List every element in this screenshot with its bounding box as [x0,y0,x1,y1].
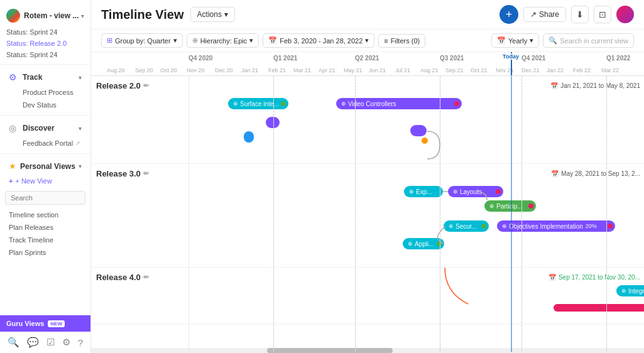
status-sprint-2: Status: Sprint 24 [0,49,90,60]
sidebar-item-plan-releases[interactable]: Plan Releases [3,221,88,234]
month-may21: May 21 [344,67,363,73]
search-icon: 🔍 [548,36,557,45]
bar-label-integrations: Integrations [628,288,644,295]
today-body-line [511,76,512,352]
status-release: Status: Release 2.0 [0,38,90,49]
date-range-button[interactable]: 📅 Feb 3, 2020 - Jan 28, 2022 ▾ [263,33,374,48]
sidebar-item-plan-sprints[interactable]: Plan Sprints [3,246,88,259]
bar-icon-exp: ⊕ [409,188,414,195]
bar-dot-layouts [496,189,501,194]
toolbar: ⊞ Group by: Quarter ▾ ⊕ Hierarchy: Epic … [91,30,644,52]
sidebar-item-dev-status[interactable]: Dev Status [3,99,88,111]
bar-label-layouts: Layouts [460,188,482,195]
help-footer-icon[interactable]: ? [78,337,83,348]
bar-icon-secur: ⊕ [449,223,454,229]
bar-objectives[interactable]: ⊕ Objectives Implementation 20% [497,220,615,232]
hierarchy-button[interactable]: ⊕ Hierarchy: Epic ▾ [187,33,259,48]
vgrid-q3-2021 [440,76,440,352]
release-3-label: Release 3.0 ✏ [94,169,151,178]
actions-label: Actions [197,10,222,19]
yearly-button[interactable]: 📅 Yearly ▾ [491,33,539,48]
user-avatar[interactable] [616,6,634,23]
task-footer-icon[interactable]: ☑ [46,337,55,348]
month-jan21: Jan 21 [241,67,258,73]
bar-appli[interactable]: ⊕ Appli... [403,238,444,249]
bar-small-3[interactable] [410,125,427,136]
month-mar22: Mar 22 [601,67,619,73]
month-dec20: Dec 20 [215,67,233,73]
actions-button[interactable]: Actions ▾ [190,7,235,22]
release-4-date-badge: 📅 Sep 17, 2021 to Nov 30, 20... [546,273,643,282]
sidebar-search-input[interactable] [5,191,85,205]
workspace-chevron-icon: ▾ [81,13,84,19]
bar-integrations[interactable]: ⊕ Integrations [616,285,644,296]
bar-pink-release4[interactable] [554,304,644,312]
filters-button[interactable]: ≡ Filters (0) [378,34,425,48]
release-4-edit-icon: ✏ [143,273,149,281]
download-button[interactable]: ⬇ [571,6,589,23]
bar-exp[interactable]: ⊕ Exp... [404,186,443,197]
dot-orange [422,138,428,144]
bar-small-2[interactable] [244,131,254,143]
yearly-label: Yearly [508,37,527,45]
month-nov20: Nov 20 [187,67,205,73]
new-view-label: + New View [15,177,52,185]
bar-label-objectives: Objectives Implementation [509,223,583,230]
bar-layouts[interactable]: ⊕ Layouts [448,186,503,197]
sidebar-section-track[interactable]: ⚙ Track ▾ [3,68,88,86]
timeline-scrollbar-thumb[interactable] [267,348,393,353]
calendar-icon: 📅 [268,36,277,45]
bar-label-appli: Appli... [415,241,434,247]
month-oct21: Oct 21 [471,67,488,73]
sidebar-section-discover[interactable]: ◎ Discover ▾ [3,119,88,137]
personal-views-label: Personal Views [20,162,79,171]
group-by-button[interactable]: ⊞ Group by: Quarter ▾ [101,33,183,48]
sidebar-footer-icons: 🔍 💬 ☑ ⚙ ? [0,332,90,353]
release-3-date-badge: 📅 May 28, 2021 to Sep 13, 2... [548,169,643,178]
bar-small-1[interactable] [266,117,280,128]
timeline-header: Q4 2020 Q1 2021 Q2 2021 Q3 2021 Q4 2021 … [91,52,644,76]
feedback-portal-link: Feedback Portal ↗ [23,139,82,147]
month-jul21: Jul 21 [395,67,410,73]
workspace-header[interactable]: Rotem - view ... ▾ [0,5,90,26]
settings-footer-icon[interactable]: ⚙ [62,337,70,348]
sidebar-item-timeline-section[interactable]: Timeline section [3,209,88,221]
main-header: Timeline View Actions ▾ + ↗ Share ⬇ ⊡ [91,0,644,30]
bar-label-particip: Particip... [496,203,523,210]
discover-label: Discover [23,124,79,133]
dev-status-label: Dev Status [23,101,57,109]
bar-icon-appli: ⊕ [408,241,413,247]
bar-surface-inte[interactable]: ⊕ Surface inte... [228,98,288,109]
share-icon: ↗ [530,10,537,19]
bar-dot-particip [528,204,533,209]
monitor-icon: ⊡ [599,9,606,19]
release-3-calendar-icon: 📅 [551,170,559,177]
new-view-button[interactable]: + + New View [3,175,88,187]
add-button[interactable]: + [499,5,518,24]
sidebar-bottom: Guru Views NEW 🔍 💬 ☑ ⚙ ? [0,315,90,353]
sidebar-item-product-process[interactable]: Product Process [3,86,88,99]
month-jan22: Jan 22 [547,67,564,73]
connector-release-3 [91,164,644,267]
guru-views-button[interactable]: Guru Views NEW [0,315,90,332]
hierarchy-chevron-icon: ▾ [249,36,253,45]
share-button[interactable]: ↗ Share [523,7,566,22]
sidebar-section-personal-views[interactable]: ★ Personal Views ▾ [3,158,88,175]
bar-secur[interactable]: ⊕ Secur... [444,220,489,232]
bar-icon-particip: ⊕ [489,203,494,209]
release-4-name: Release 4.0 [96,273,141,282]
bar-particip[interactable]: ⊕ Particip... [484,200,536,212]
sidebar-item-track-timeline[interactable]: Track Timeline [3,234,88,246]
bar-label-secur: Secur... [456,223,477,230]
bar-icon-layouts: ⊕ [453,188,458,195]
chat-footer-icon[interactable]: 💬 [27,337,39,348]
timeline-search-box[interactable]: 🔍 Search in current view [543,33,634,48]
vgrid-q1-2022 [606,76,607,352]
search-footer-icon[interactable]: 🔍 [8,337,19,348]
yearly-chevron-icon: ▾ [530,36,533,45]
timeline-scrollbar[interactable] [91,348,644,353]
monitor-button[interactable]: ⊡ [594,6,611,23]
bar-icon-integrations: ⊕ [621,288,626,294]
sidebar-item-feedback-portal[interactable]: Feedback Portal ↗ [3,137,88,149]
bar-dot-secur [481,224,486,229]
